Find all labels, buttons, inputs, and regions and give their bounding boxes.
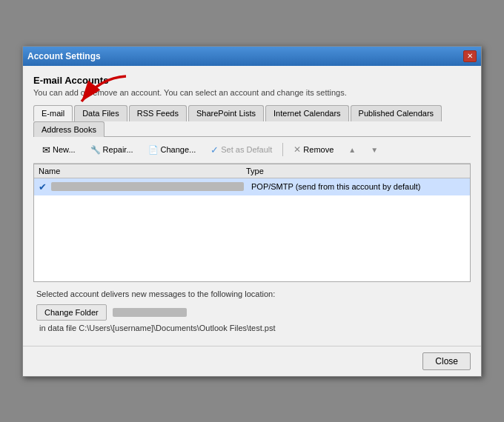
tabs-container: E-mail Data Files RSS Feeds SharePoint L… (33, 104, 471, 137)
repair-icon: 🔧 (90, 145, 101, 155)
check-icon: ✓ (210, 144, 219, 155)
default-account-icon: ✔ (39, 181, 47, 192)
bottom-bar: Close (23, 346, 481, 376)
change-folder-button[interactable]: Change Folder (36, 304, 107, 321)
account-list: Name Type ✔ POP/SMTP (send from this acc… (33, 164, 471, 282)
footer-section: Selected account delivers new messages t… (33, 282, 471, 337)
move-down-button[interactable]: ▼ (365, 143, 384, 157)
location-name-blurred (113, 308, 187, 317)
set-default-button[interactable]: ✓ Set as Default (205, 141, 278, 158)
column-type-header: Type (246, 167, 465, 175)
tab-sharepoint[interactable]: SharePoint Lists (188, 105, 264, 121)
section-title: E-mail Accounts (33, 75, 471, 86)
tab-data-files[interactable]: Data Files (74, 105, 127, 121)
list-header: Name Type (34, 164, 470, 178)
account-name-blurred (51, 182, 244, 191)
delivers-message: Selected account delivers new messages t… (36, 289, 468, 298)
account-type: POP/SMTP (send from this account by defa… (244, 182, 465, 191)
data-file-path: in data file C:\Users\[username]\Documen… (36, 324, 468, 332)
content-area: E-mail Accounts You can add or remove an… (23, 66, 481, 346)
change-button[interactable]: 📄 Change... (142, 142, 202, 158)
change-icon: 📄 (148, 145, 159, 155)
up-arrow-icon: ▲ (348, 146, 356, 154)
repair-button[interactable]: 🔧 Repair... (84, 142, 139, 158)
toolbar-separator (282, 143, 283, 156)
account-list-row[interactable]: ✔ POP/SMTP (send from this account by de… (34, 178, 470, 195)
tab-area: E-mail Data Files RSS Feeds SharePoint L… (33, 104, 471, 137)
accounts-toolbar: ✉ New... 🔧 Repair... 📄 Change... ✓ Set a… (33, 137, 471, 164)
move-up-button[interactable]: ▲ (342, 143, 362, 157)
tab-address-books[interactable]: Address Books (33, 121, 105, 137)
close-button[interactable]: Close (422, 352, 471, 370)
tab-published-calendars[interactable]: Published Calendars (351, 105, 442, 121)
account-settings-window: Account Settings ✕ E-mail Accounts You c… (22, 46, 482, 377)
tab-email[interactable]: E-mail (33, 105, 73, 121)
close-window-button[interactable]: ✕ (463, 50, 477, 62)
title-bar-controls: ✕ (463, 50, 477, 62)
remove-icon: ✕ (294, 144, 301, 155)
tab-internet-calendars[interactable]: Internet Calendars (265, 105, 349, 121)
new-icon: ✉ (42, 144, 50, 155)
window-title: Account Settings (27, 51, 101, 61)
tab-rss-feeds[interactable]: RSS Feeds (129, 105, 187, 121)
column-name-header: Name (39, 167, 246, 175)
new-button[interactable]: ✉ New... (36, 141, 82, 158)
remove-button[interactable]: ✕ Remove (288, 141, 339, 158)
section-description: You can add or remove an account. You ca… (33, 88, 471, 97)
down-arrow-icon: ▼ (371, 146, 378, 154)
title-bar: Account Settings ✕ (23, 47, 481, 66)
footer-location: Change Folder (36, 304, 468, 321)
